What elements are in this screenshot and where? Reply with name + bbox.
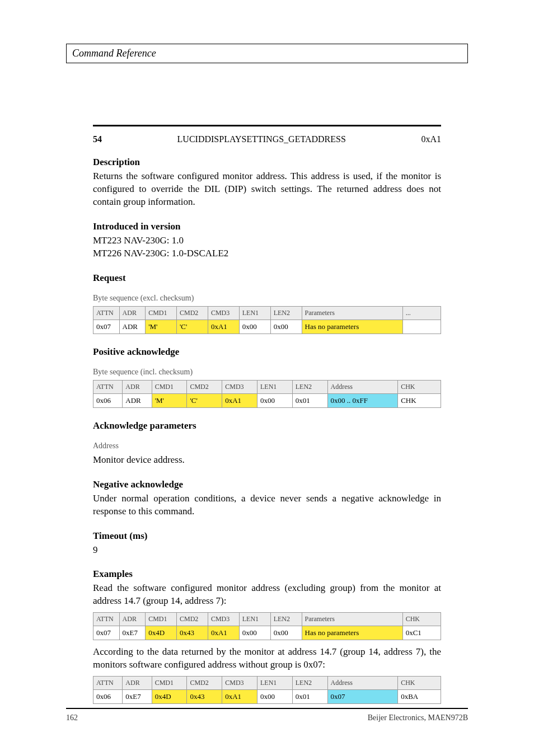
examples-req-text: Read the software configured monitor add…	[93, 582, 441, 608]
table-header-row: ATTN ADR CMD1 CMD2 CMD3 LEN1 LEN2 Addres…	[93, 380, 441, 393]
th: CMD3	[222, 380, 257, 393]
td: 0x01	[292, 393, 327, 407]
td: 0xBA	[398, 690, 441, 704]
th: Address	[327, 677, 398, 690]
section-title-row: 54 LUCIDDISPLAYSETTINGS_GETADDRESS 0xA1	[93, 134, 441, 144]
th: CHK	[398, 677, 441, 690]
page: Command Reference 54 LUCIDDISPLAYSETTING…	[0, 0, 534, 756]
td: 0x00	[270, 626, 302, 640]
th: ADR	[119, 613, 146, 626]
td: 'C'	[177, 320, 208, 334]
td: 0x4D	[152, 690, 187, 704]
footer-page: 162	[66, 713, 78, 722]
introduced-line-1: MT226 NAV-230G: 1.0-DSCALE2	[93, 247, 441, 260]
footer-doc: Beijer Electronics, MAEN972B	[368, 713, 468, 722]
td: 0x00	[239, 626, 270, 640]
th: CMD3	[222, 677, 257, 690]
ack-params-text: Monitor device address.	[93, 454, 441, 467]
td: 'M'	[146, 320, 177, 334]
td: 0xA1	[208, 320, 239, 334]
td: ADR	[119, 320, 146, 334]
examples-req-table: ATTN ADR CMD1 CMD2 CMD3 LEN1 LEN2 Parame…	[93, 612, 441, 640]
td: 0x00	[257, 690, 293, 704]
th: ATTN	[93, 380, 123, 393]
th: LEN2	[292, 677, 327, 690]
section-hex: 0xA1	[421, 134, 441, 144]
th: LEN1	[239, 306, 270, 320]
table-header-row: ATTN ADR CMD1 CMD2 CMD3 LEN1 LEN2 Parame…	[93, 613, 441, 626]
td: 0x43	[187, 690, 222, 704]
request-heading: Request	[93, 273, 441, 284]
th: CMD2	[187, 677, 222, 690]
neg-ack-text: Under normal operation conditions, a dev…	[93, 492, 441, 518]
th: ADR	[119, 306, 146, 320]
th: CMD3	[208, 306, 239, 320]
th: CMD2	[177, 306, 208, 320]
th: CMD1	[146, 306, 177, 320]
footer-rule	[66, 708, 468, 709]
td: 0x00 .. 0xFF	[327, 393, 398, 407]
td: 0xC1	[402, 626, 441, 640]
header-box: Command Reference	[66, 44, 468, 63]
table-row: 0x06 ADR 'M' 'C' 0xA1 0x00 0x01 0x00 .. …	[93, 393, 441, 407]
examples-ack-table: ATTN ADR CMD1 CMD2 CMD3 LEN1 LEN2 Addres…	[93, 676, 441, 704]
pos-ack-heading: Positive acknowledge	[93, 346, 441, 358]
td: Has no parameters	[302, 320, 402, 334]
pos-ack-table: ATTN ADR CMD1 CMD2 CMD3 LEN1 LEN2 Addres…	[93, 380, 441, 408]
td: 0xE7	[123, 690, 152, 704]
th: Parameters	[302, 306, 402, 320]
header-title: Command Reference	[72, 48, 156, 59]
content: Description Returns the software configu…	[93, 157, 441, 704]
td: 'C'	[187, 393, 222, 407]
td: 0x43	[177, 626, 208, 640]
th: LEN2	[270, 306, 302, 320]
request-label: Byte sequence (excl. checksum)	[93, 294, 441, 303]
th: CHK	[402, 613, 441, 626]
th: CMD1	[146, 613, 177, 626]
td: 0x06	[93, 393, 123, 407]
td: 0x01	[292, 690, 327, 704]
td: 'M'	[152, 393, 187, 407]
table-header-row: ATTN ADR CMD1 CMD2 CMD3 LEN1 LEN2 Addres…	[93, 677, 441, 690]
examples-ack-text: According to the data returned by the mo…	[93, 646, 441, 672]
td	[402, 320, 441, 334]
footer-row: 162 Beijer Electronics, MAEN972B	[66, 713, 468, 722]
td: 0x00	[239, 320, 270, 334]
neg-ack-heading: Negative acknowledge	[93, 479, 441, 490]
td: 0xA1	[208, 626, 239, 640]
td: 0xA1	[222, 393, 257, 407]
th: CMD3	[208, 613, 239, 626]
th: Address	[327, 380, 398, 393]
th: LEN1	[257, 380, 293, 393]
description-heading: Description	[93, 157, 441, 168]
td: 0x07	[93, 626, 120, 640]
th: CMD1	[152, 380, 187, 393]
td: Has no parameters	[302, 626, 402, 640]
table-row: 0x06 0xE7 0x4D 0x43 0xA1 0x00 0x01 0x07 …	[93, 690, 441, 704]
table-row: 0x07 0xE7 0x4D 0x43 0xA1 0x00 0x00 Has n…	[93, 626, 441, 640]
td: ADR	[123, 393, 152, 407]
th: CHK	[398, 380, 441, 393]
th: ATTN	[93, 306, 120, 320]
description-text: Returns the software configured monitor …	[93, 170, 441, 209]
introduced-heading: Introduced in version	[93, 221, 441, 232]
th: ADR	[123, 677, 152, 690]
th: LEN2	[270, 613, 302, 626]
td: 0x00	[257, 393, 293, 407]
td: 0x00	[270, 320, 302, 334]
td: CHK	[398, 393, 441, 407]
ack-params-label: Address	[93, 442, 441, 450]
pos-ack-label: Byte sequence (incl. checksum)	[93, 368, 441, 377]
section-rule	[93, 125, 441, 126]
examples-heading: Examples	[93, 569, 441, 580]
td: 0xA1	[222, 690, 257, 704]
timeout-value: 9	[93, 544, 441, 557]
th: Parameters	[302, 613, 402, 626]
td: 0x4D	[146, 626, 177, 640]
td: 0x06	[93, 690, 123, 704]
introduced-line-0: MT223 NAV-230G: 1.0	[93, 234, 441, 247]
td: 0x07	[93, 320, 120, 334]
th: CMD2	[177, 613, 208, 626]
td: 0x07	[327, 690, 398, 704]
table-row: 0x07 ADR 'M' 'C' 0xA1 0x00 0x00 Has no p…	[93, 320, 441, 334]
